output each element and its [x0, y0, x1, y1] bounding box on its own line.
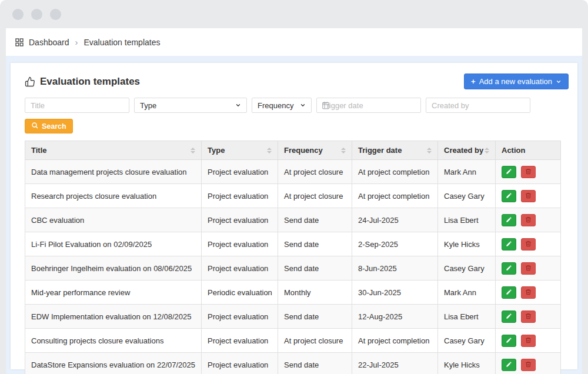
window-titlebar: [0, 0, 588, 28]
cell-trigger-date: 30-Jun-2025: [352, 280, 438, 305]
cell-created-by: Mark Ann: [438, 160, 496, 184]
app-window: Dashboard › Evaluation templates Evaluat…: [0, 0, 588, 374]
created-by-input[interactable]: [426, 98, 530, 113]
edit-button[interactable]: [502, 359, 516, 371]
edit-button[interactable]: [502, 214, 516, 226]
pencil-icon: [506, 240, 512, 249]
sort-icon[interactable]: [191, 148, 195, 153]
title-filter-input[interactable]: [25, 98, 129, 113]
cell-action: [496, 256, 561, 280]
cell-trigger-date: At project completion: [352, 184, 438, 208]
cell-created-by: Kyle Hicks: [438, 232, 496, 256]
delete-button[interactable]: [521, 238, 536, 251]
cell-frequency: Send date: [278, 353, 352, 374]
trash-icon: [525, 216, 532, 225]
search-icon: [31, 122, 38, 131]
cell-title: CBC evaluation: [25, 208, 202, 232]
column-header-title[interactable]: Title: [25, 141, 202, 160]
frequency-select[interactable]: Frequency: [252, 98, 312, 113]
column-header-created-by[interactable]: Created by: [438, 141, 496, 160]
column-header-type[interactable]: Type: [202, 141, 278, 160]
search-button[interactable]: Search: [25, 119, 73, 133]
delete-button[interactable]: [521, 214, 536, 226]
type-select[interactable]: Type: [134, 98, 247, 113]
evaluation-templates-table: Title Type Frequency Trigger date: [25, 141, 561, 374]
edit-button[interactable]: [502, 262, 516, 275]
delete-button[interactable]: [521, 335, 536, 347]
window-dot-1: [12, 9, 24, 20]
dashboard-grid-icon: [15, 38, 24, 47]
cell-trigger-date: 24-Jul-2025: [352, 208, 438, 232]
delete-button[interactable]: [521, 166, 536, 178]
pencil-icon: [506, 168, 512, 176]
sort-icon[interactable]: [485, 148, 489, 153]
cell-trigger-date: 2-Sep-2025: [352, 232, 438, 256]
edit-button[interactable]: [502, 190, 516, 202]
cell-type: Project evaluation: [202, 329, 278, 353]
cell-title: DataStore Expansions evaluation on 22/07…: [25, 353, 202, 374]
edit-button[interactable]: [502, 166, 516, 178]
filter-bar: Type Frequency: [25, 98, 569, 113]
cell-title: Boehringer Ingelheim evaluation on 08/06…: [25, 256, 202, 280]
edit-button[interactable]: [502, 286, 516, 299]
cell-type: Periodic evaluation: [202, 280, 278, 305]
cell-type: Project evaluation: [202, 232, 278, 256]
sort-icon[interactable]: [341, 148, 346, 153]
page-title: Evaluation templates: [25, 76, 140, 88]
delete-button[interactable]: [521, 310, 536, 323]
trash-icon: [525, 288, 532, 297]
column-header-frequency[interactable]: Frequency: [278, 141, 352, 160]
breadcrumb-dashboard[interactable]: Dashboard: [29, 38, 69, 47]
cell-trigger-date: 22-Jul-2025: [352, 353, 438, 374]
cell-action: [496, 353, 561, 374]
edit-button[interactable]: [502, 310, 516, 323]
trash-icon: [525, 192, 532, 201]
sort-icon[interactable]: [427, 148, 432, 153]
pencil-icon: [506, 336, 512, 345]
cell-action: [496, 232, 561, 256]
table-row: Consulting projects closure evaluations …: [25, 329, 561, 353]
pencil-icon: [506, 312, 512, 321]
table-row: Li-Fi Pilot Evaluation on 02/09/2025 Pro…: [25, 232, 561, 256]
table-row: Research projects closure evaluation Pro…: [25, 184, 561, 208]
table-row: Mid-year performance review Periodic eva…: [25, 280, 561, 305]
delete-button[interactable]: [521, 262, 536, 275]
delete-button[interactable]: [521, 359, 536, 371]
panel-header: Evaluation templates + Add a new evaluat…: [25, 74, 569, 89]
add-evaluation-button[interactable]: + Add a new evaluation: [464, 74, 569, 89]
page-background: Evaluation templates + Add a new evaluat…: [6, 56, 582, 374]
window-dot-2: [31, 9, 42, 20]
trash-icon: [525, 312, 532, 321]
pencil-icon: [506, 360, 512, 369]
frequency-select-value: Frequency: [258, 101, 293, 110]
cell-created-by: Kyle Hicks: [438, 353, 496, 374]
table-row: DataStore Expansions evaluation on 22/07…: [25, 353, 561, 374]
trash-icon: [525, 168, 532, 176]
evaluation-templates-panel: Evaluation templates + Add a new evaluat…: [11, 63, 577, 369]
table-header-row: Title Type Frequency Trigger date: [25, 141, 561, 160]
cell-title: Research projects closure evaluation: [25, 184, 202, 208]
breadcrumb-separator-icon: ›: [75, 37, 78, 47]
table-row: Boehringer Ingelheim evaluation on 08/06…: [25, 256, 561, 280]
pencil-icon: [506, 288, 512, 297]
column-header-trigger-date[interactable]: Trigger date: [352, 141, 438, 160]
column-header-action[interactable]: Action: [496, 141, 561, 160]
cell-frequency: Send date: [278, 232, 352, 256]
cell-trigger-date: At project completion: [352, 329, 438, 353]
trigger-date-input[interactable]: [316, 98, 421, 113]
chevron-down-icon: [556, 79, 562, 85]
cell-type: Project evaluation: [202, 184, 278, 208]
trigger-date-filter: [316, 98, 421, 113]
sort-icon[interactable]: [267, 148, 272, 153]
cell-title: Mid-year performance review: [25, 280, 202, 305]
delete-button[interactable]: [521, 286, 536, 299]
cell-type: Project evaluation: [202, 353, 278, 374]
edit-button[interactable]: [502, 335, 516, 347]
delete-button[interactable]: [521, 190, 536, 202]
pencil-icon: [506, 216, 512, 225]
cell-type: Project evaluation: [202, 305, 278, 329]
edit-button[interactable]: [502, 238, 516, 251]
cell-created-by: Casey Gary: [438, 329, 496, 353]
trash-icon: [525, 240, 532, 249]
table-row: EDW Implementation evaluation on 12/08/2…: [25, 305, 561, 329]
